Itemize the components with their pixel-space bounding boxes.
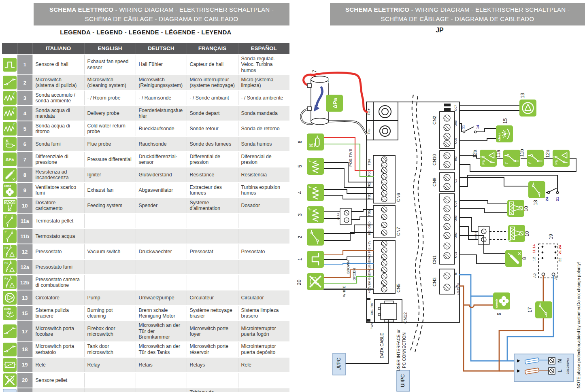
svg-text:F01: F01: [368, 267, 371, 273]
svg-text:20: 20: [296, 280, 302, 285]
col-deutsch: DEUTSCH: [136, 43, 187, 54]
svg-text:BROWN: BROWN: [346, 261, 350, 274]
exhaust-fan-icon: [493, 292, 510, 309]
svg-text:CN1: CN1: [432, 255, 437, 264]
legend-header-row: ITALIANO ENGLISH DEUTSCH FRANÇAIS ESPAÑO…: [2, 43, 289, 54]
pressure-differential-icon: [326, 95, 343, 112]
svg-text:CN3: CN3: [432, 278, 437, 286]
svg-text:7: 7: [312, 70, 317, 72]
svg-text:O04: O04: [454, 201, 457, 207]
col-espanol: ESPAÑOL: [238, 43, 289, 54]
svg-text:15: 15: [502, 118, 508, 124]
terminal-screws: [381, 157, 387, 162]
svg-text:RED: RED: [328, 76, 331, 83]
svg-text:5: 5: [297, 165, 303, 167]
table-row: 9Ventilatore scarico fumiExhaust fanAbga…: [2, 182, 289, 198]
svg-text:USER INTERFACE or: USER INTERFACE or: [396, 329, 401, 371]
svg-text:21: 21: [555, 197, 559, 201]
table-row: 13CircolatorePumpUmwaelzpumpeCirculateur…: [2, 290, 289, 305]
svg-text:POSITIVE: POSITIVE: [348, 149, 353, 167]
vacuum-switch-icon: [3, 245, 17, 259]
legend-table: ITALIANO ENGLISH DEUTSCH FRANÇAIS ESPAÑO…: [2, 43, 289, 392]
table-row: 6Sonda fumiFlue probeRauchsondeSonde des…: [2, 136, 289, 152]
svg-text:CN10: CN10: [432, 154, 437, 165]
power-entry-box: [514, 354, 574, 381]
table-row: 8Resistenza ad incandescenzaIgniterGlutw…: [2, 167, 289, 182]
table-row: Pannello comandiDisplaySteuerpaneelTable…: [2, 388, 289, 392]
table-row: 2Microswitch (sistema di pulizia)Microsw…: [2, 75, 289, 90]
svg-text:N: N: [557, 359, 563, 363]
svg-text:Pa+: Pa+: [367, 108, 371, 115]
relay-terminal-labels: 11 14 12 21 24 22 A2 A1: [532, 244, 562, 280]
tank-door-microswitch-icon: [528, 181, 545, 198]
table-row: 11aTermostato pellet: [2, 213, 289, 229]
cleaning-system-icon: [3, 306, 17, 320]
pellet-thermostat-icon: [503, 150, 520, 167]
svg-text:CN7: CN7: [396, 227, 401, 236]
svg-text:6: 6: [297, 140, 303, 143]
pump-icon: [3, 291, 17, 305]
uipc-box-1: UI/PC: [333, 353, 345, 375]
svg-text:10: 10: [523, 206, 529, 212]
legend-title: LEGENDA - LEGEND - LEGENDE - LÉGENDE - L…: [2, 29, 289, 36]
firebox-door-microswitch-icon: [3, 324, 17, 338]
flue-pressure-switch-icon: [3, 260, 17, 274]
display-icon: [3, 389, 17, 392]
pressure-differential-icon: [3, 153, 17, 166]
flue-probe-icon: [3, 137, 17, 151]
svg-text:9: 9: [496, 312, 502, 315]
svg-text:1: 1: [297, 258, 303, 261]
chamber-pressure-switch-icon: [3, 275, 17, 289]
table-row: 17Microswitch porta focolareFirebox door…: [2, 321, 289, 342]
svg-text:F02: F02: [368, 248, 371, 253]
svg-text:CN2: CN2: [432, 116, 437, 125]
table-row: 20Sensore pellet: [2, 373, 289, 388]
svg-text:24: 24: [545, 197, 549, 201]
table-row: 7Differenziale di pressionePressure diff…: [2, 152, 289, 167]
svg-text:PWM: PWM: [370, 322, 374, 330]
svg-text:2: 2: [297, 235, 303, 238]
exhaust-fan-icon: [3, 183, 17, 197]
page-header-right: SCHEMA ELETTRICO - WIRING DIAGRAM - ELEK…: [330, 3, 585, 25]
svg-text:21 24: 21 24: [558, 245, 562, 254]
tank-door-microswitch-icon: [3, 343, 17, 356]
svg-text:T01: T01: [367, 193, 371, 199]
svg-text:17: 17: [527, 307, 533, 313]
svg-text:C01: C01: [370, 309, 374, 315]
feeding-system-icon: [507, 200, 524, 217]
svg-text:11 14: 11 14: [532, 244, 536, 253]
svg-text:GREEN: GREEN: [352, 268, 356, 280]
svg-text:12b: 12b: [545, 150, 551, 158]
svg-text:CN5: CN5: [396, 284, 401, 292]
water-thermostat-icon: [527, 150, 544, 167]
table-row: 18Microswitch porta serbatoioTank door m…: [2, 342, 289, 357]
svg-text:WHITE: WHITE: [342, 286, 346, 297]
note-text: NOTE:phase protection,added by customer.…: [576, 262, 581, 388]
svg-text:Pa-: Pa-: [367, 128, 371, 134]
svg-text:I04: I04: [368, 280, 371, 285]
table-row: 19ReléRelayRelaisRelaysRelé: [2, 357, 289, 373]
svg-text:11a: 11a: [496, 150, 501, 157]
uipc-box-2: UI/PC: [397, 370, 410, 391]
microswitch-icon: [3, 76, 17, 89]
svg-text:10: 10: [524, 231, 530, 237]
svg-text:22: 22: [558, 258, 562, 262]
svg-text:220-240Vac: 220-240Vac: [566, 358, 570, 374]
svg-text:GND: GND: [368, 260, 371, 267]
svg-text:11b: 11b: [519, 149, 525, 157]
room-probe-icon: [3, 91, 17, 105]
cleaning-microswitch-icon: [307, 229, 324, 246]
svg-text:ext 1-2: ext 1-2: [337, 212, 339, 220]
col-francais: FRANÇAIS: [187, 43, 238, 54]
return-probe-icon: [3, 122, 17, 136]
svg-text:+5V: +5V: [368, 240, 371, 246]
svg-text:4: 4: [297, 191, 303, 194]
svg-text:3: 3: [297, 213, 303, 216]
header-line2: SCHÉMA DE CÂBLAGE - DIAGRAMA DE CABLEADO: [85, 15, 238, 22]
water-thermostat-icon: [3, 229, 17, 243]
svg-text:+16V: +16V: [368, 285, 371, 293]
svg-text:CN6: CN6: [396, 193, 401, 202]
delivery-probe-icon: [3, 106, 17, 120]
col-italiano: ITALIANO: [32, 43, 84, 54]
svg-text:O05: O05: [454, 138, 457, 144]
